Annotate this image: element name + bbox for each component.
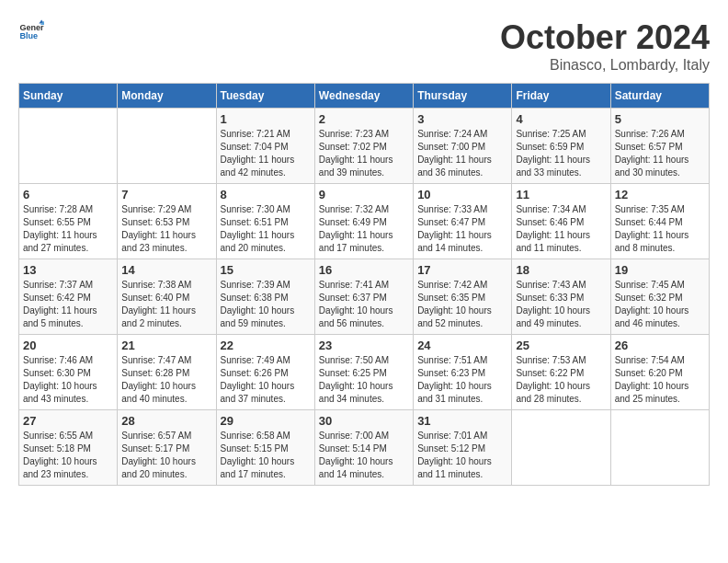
day-number: 17 xyxy=(417,263,507,277)
day-number: 12 xyxy=(615,188,705,201)
day-number: 15 xyxy=(221,263,311,277)
calendar-cell xyxy=(118,109,216,184)
day-number: 4 xyxy=(516,112,606,126)
week-row-3: 13Sunrise: 7:37 AM Sunset: 6:42 PM Dayli… xyxy=(19,259,710,335)
page-header: General Blue October 2024 Binasco, Lomba… xyxy=(18,18,710,74)
day-info: Sunrise: 7:23 AM Sunset: 7:02 PM Dayligh… xyxy=(319,128,409,179)
day-info: Sunrise: 7:00 AM Sunset: 5:14 PM Dayligh… xyxy=(319,430,409,481)
day-number: 21 xyxy=(121,339,211,352)
calendar-cell: 10Sunrise: 7:33 AM Sunset: 6:47 PM Dayli… xyxy=(414,184,512,259)
day-number: 5 xyxy=(615,112,705,126)
calendar-cell: 12Sunrise: 7:35 AM Sunset: 6:44 PM Dayli… xyxy=(610,184,709,259)
calendar-cell: 2Sunrise: 7:23 AM Sunset: 7:02 PM Daylig… xyxy=(314,109,413,184)
month-title: October 2024 xyxy=(500,18,710,57)
week-row-4: 20Sunrise: 7:46 AM Sunset: 6:30 PM Dayli… xyxy=(19,335,710,410)
week-row-5: 27Sunrise: 6:55 AM Sunset: 5:18 PM Dayli… xyxy=(19,410,710,486)
day-info: Sunrise: 7:45 AM Sunset: 6:32 PM Dayligh… xyxy=(615,279,705,330)
calendar-cell: 31Sunrise: 7:01 AM Sunset: 5:12 PM Dayli… xyxy=(414,410,512,486)
calendar-cell: 16Sunrise: 7:41 AM Sunset: 6:37 PM Dayli… xyxy=(314,259,413,335)
day-info: Sunrise: 7:46 AM Sunset: 6:30 PM Dayligh… xyxy=(23,354,113,406)
calendar-cell: 24Sunrise: 7:51 AM Sunset: 6:23 PM Dayli… xyxy=(414,335,512,410)
day-info: Sunrise: 7:25 AM Sunset: 6:59 PM Dayligh… xyxy=(516,128,606,179)
day-info: Sunrise: 7:29 AM Sunset: 6:53 PM Dayligh… xyxy=(121,203,211,255)
header-day-saturday: Saturday xyxy=(610,84,709,109)
header-day-tuesday: Tuesday xyxy=(216,84,314,109)
calendar-cell: 18Sunrise: 7:43 AM Sunset: 6:33 PM Dayli… xyxy=(512,259,610,335)
day-info: Sunrise: 7:34 AM Sunset: 6:46 PM Dayligh… xyxy=(516,203,606,255)
header-row: SundayMondayTuesdayWednesdayThursdayFrid… xyxy=(19,84,710,109)
header-day-monday: Monday xyxy=(118,84,216,109)
svg-text:Blue: Blue xyxy=(19,31,38,40)
calendar-cell: 20Sunrise: 7:46 AM Sunset: 6:30 PM Dayli… xyxy=(19,335,118,410)
day-number: 8 xyxy=(221,188,311,201)
day-number: 20 xyxy=(23,339,113,352)
logo-icon: General Blue xyxy=(18,18,44,44)
day-info: Sunrise: 7:54 AM Sunset: 6:20 PM Dayligh… xyxy=(615,354,705,406)
day-info: Sunrise: 7:37 AM Sunset: 6:42 PM Dayligh… xyxy=(23,279,113,330)
calendar-table: SundayMondayTuesdayWednesdayThursdayFrid… xyxy=(18,83,710,486)
day-number: 22 xyxy=(221,339,311,352)
calendar-cell: 29Sunrise: 6:58 AM Sunset: 5:15 PM Dayli… xyxy=(216,410,314,486)
day-info: Sunrise: 7:42 AM Sunset: 6:35 PM Dayligh… xyxy=(417,279,507,330)
calendar-cell: 28Sunrise: 6:57 AM Sunset: 5:17 PM Dayli… xyxy=(118,410,216,486)
location-title: Binasco, Lombardy, Italy xyxy=(500,57,710,74)
calendar-cell: 11Sunrise: 7:34 AM Sunset: 6:46 PM Dayli… xyxy=(512,184,610,259)
day-info: Sunrise: 7:39 AM Sunset: 6:38 PM Dayligh… xyxy=(221,279,311,330)
day-number: 19 xyxy=(615,263,705,277)
calendar-cell: 5Sunrise: 7:26 AM Sunset: 6:57 PM Daylig… xyxy=(610,109,709,184)
day-number: 27 xyxy=(23,414,113,428)
calendar-cell: 7Sunrise: 7:29 AM Sunset: 6:53 PM Daylig… xyxy=(118,184,216,259)
calendar-cell: 3Sunrise: 7:24 AM Sunset: 7:00 PM Daylig… xyxy=(414,109,512,184)
day-number: 1 xyxy=(221,112,311,126)
header-day-sunday: Sunday xyxy=(19,84,118,109)
calendar-cell: 14Sunrise: 7:38 AM Sunset: 6:40 PM Dayli… xyxy=(118,259,216,335)
day-info: Sunrise: 7:41 AM Sunset: 6:37 PM Dayligh… xyxy=(319,279,409,330)
day-info: Sunrise: 7:35 AM Sunset: 6:44 PM Dayligh… xyxy=(615,203,705,255)
day-info: Sunrise: 7:49 AM Sunset: 6:26 PM Dayligh… xyxy=(221,354,311,406)
calendar-cell xyxy=(610,410,709,486)
week-row-2: 6Sunrise: 7:28 AM Sunset: 6:55 PM Daylig… xyxy=(19,184,710,259)
day-number: 11 xyxy=(516,188,606,201)
day-number: 24 xyxy=(417,339,507,352)
calendar-cell: 8Sunrise: 7:30 AM Sunset: 6:51 PM Daylig… xyxy=(216,184,314,259)
calendar-cell: 19Sunrise: 7:45 AM Sunset: 6:32 PM Dayli… xyxy=(610,259,709,335)
day-number: 26 xyxy=(615,339,705,352)
calendar-cell xyxy=(512,410,610,486)
day-info: Sunrise: 6:55 AM Sunset: 5:18 PM Dayligh… xyxy=(23,430,113,481)
header-day-wednesday: Wednesday xyxy=(314,84,413,109)
day-number: 23 xyxy=(319,339,409,352)
day-number: 10 xyxy=(417,188,507,201)
day-info: Sunrise: 6:57 AM Sunset: 5:17 PM Dayligh… xyxy=(121,430,211,481)
day-number: 3 xyxy=(417,112,507,126)
day-number: 9 xyxy=(319,188,409,201)
day-number: 14 xyxy=(121,263,211,277)
calendar-cell: 4Sunrise: 7:25 AM Sunset: 6:59 PM Daylig… xyxy=(512,109,610,184)
day-info: Sunrise: 7:47 AM Sunset: 6:28 PM Dayligh… xyxy=(121,354,211,406)
day-info: Sunrise: 7:32 AM Sunset: 6:49 PM Dayligh… xyxy=(319,203,409,255)
day-number: 28 xyxy=(121,414,211,428)
week-row-1: 1Sunrise: 7:21 AM Sunset: 7:04 PM Daylig… xyxy=(19,109,710,184)
day-number: 13 xyxy=(23,263,113,277)
svg-text:General: General xyxy=(19,23,44,32)
day-number: 16 xyxy=(319,263,409,277)
day-info: Sunrise: 6:58 AM Sunset: 5:15 PM Dayligh… xyxy=(221,430,311,481)
day-info: Sunrise: 7:28 AM Sunset: 6:55 PM Dayligh… xyxy=(23,203,113,255)
day-info: Sunrise: 7:24 AM Sunset: 7:00 PM Dayligh… xyxy=(417,128,507,179)
calendar-cell: 1Sunrise: 7:21 AM Sunset: 7:04 PM Daylig… xyxy=(216,109,314,184)
calendar-cell: 23Sunrise: 7:50 AM Sunset: 6:25 PM Dayli… xyxy=(314,335,413,410)
calendar-cell: 27Sunrise: 6:55 AM Sunset: 5:18 PM Dayli… xyxy=(19,410,118,486)
day-number: 18 xyxy=(516,263,606,277)
day-number: 6 xyxy=(23,188,113,201)
header-day-thursday: Thursday xyxy=(414,84,512,109)
calendar-cell: 9Sunrise: 7:32 AM Sunset: 6:49 PM Daylig… xyxy=(314,184,413,259)
header-day-friday: Friday xyxy=(512,84,610,109)
day-info: Sunrise: 7:50 AM Sunset: 6:25 PM Dayligh… xyxy=(319,354,409,406)
calendar-cell: 21Sunrise: 7:47 AM Sunset: 6:28 PM Dayli… xyxy=(118,335,216,410)
day-number: 25 xyxy=(516,339,606,352)
calendar-cell: 6Sunrise: 7:28 AM Sunset: 6:55 PM Daylig… xyxy=(19,184,118,259)
day-info: Sunrise: 7:51 AM Sunset: 6:23 PM Dayligh… xyxy=(417,354,507,406)
calendar-cell: 13Sunrise: 7:37 AM Sunset: 6:42 PM Dayli… xyxy=(19,259,118,335)
day-info: Sunrise: 7:53 AM Sunset: 6:22 PM Dayligh… xyxy=(516,354,606,406)
calendar-cell: 22Sunrise: 7:49 AM Sunset: 6:26 PM Dayli… xyxy=(216,335,314,410)
day-number: 31 xyxy=(417,414,507,428)
